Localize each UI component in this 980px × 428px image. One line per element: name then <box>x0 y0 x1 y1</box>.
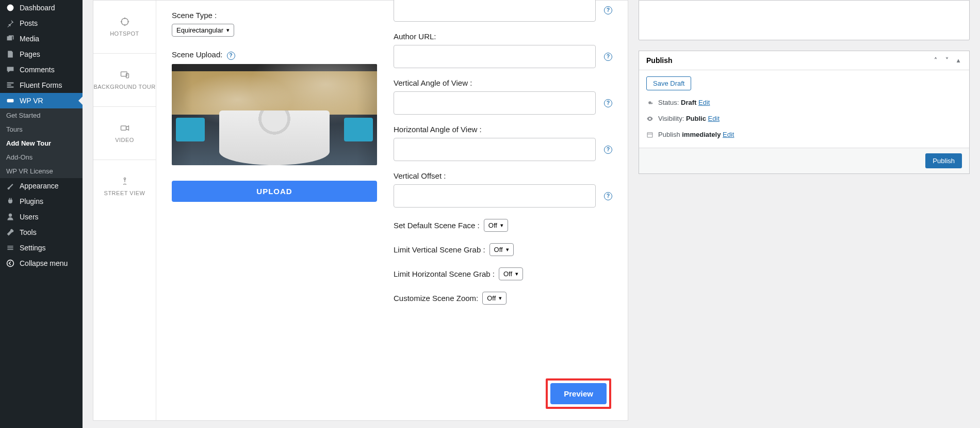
calendar-icon <box>646 131 654 138</box>
edit-status-link[interactable]: Edit <box>698 99 710 106</box>
submenu-license[interactable]: WP VR License <box>0 164 83 178</box>
status-label: Status: <box>658 99 681 106</box>
vtab-hotspot[interactable]: HOTSPOT <box>93 1 156 54</box>
edit-visibility-link[interactable]: Edit <box>708 115 720 122</box>
custom-zoom-select[interactable]: Off ▾ <box>482 292 507 305</box>
sidebar-label: Media <box>20 35 39 43</box>
sidebar-item-tools[interactable]: Tools <box>0 225 83 240</box>
visibility-line: Visibility: Public Edit <box>646 115 962 122</box>
submenu-addons[interactable]: Add-Ons <box>0 150 83 164</box>
select-value: Off <box>503 270 512 278</box>
sidebar-item-users[interactable]: Users <box>0 209 83 225</box>
status-line: Status: Draft Edit <box>646 99 962 106</box>
publish-meta-box: Publish ˄ ˅ ▴ Save Draft Status: Draft <box>639 51 970 174</box>
sidebar-label: Posts <box>20 19 38 27</box>
sidebar-item-pages[interactable]: Pages <box>0 46 83 62</box>
help-icon[interactable]: ? <box>604 192 612 200</box>
limit-h-grab-select[interactable]: Off ▾ <box>499 267 523 280</box>
select-value: Off <box>494 246 503 253</box>
fluent-forms-icon <box>5 81 15 89</box>
status-value: Draft <box>681 99 696 106</box>
vtab-label: BACKGROUND TOUR <box>93 83 155 90</box>
sidebar-item-wpvr[interactable]: WP VR <box>0 93 83 108</box>
sidebar-label: Tools <box>20 228 37 236</box>
sidebar-label: Comments <box>20 66 55 74</box>
brush-icon <box>5 182 15 190</box>
sidebar-item-posts[interactable]: Posts <box>0 15 83 31</box>
help-icon[interactable]: ? <box>604 99 612 107</box>
plug-icon <box>5 197 15 205</box>
submenu-tours[interactable]: Tours <box>0 122 83 136</box>
vtab-label: HOTSPOT <box>110 30 139 37</box>
schedule-line: Publish immediately Edit <box>646 131 962 138</box>
sidebar-item-settings[interactable]: Settings <box>0 240 83 256</box>
vaov-input[interactable] <box>394 91 596 115</box>
custom-zoom-label: Customize Scene Zoom: <box>394 294 478 303</box>
toggle-panel-icon[interactable]: ▴ <box>955 57 962 64</box>
page-icon <box>5 50 15 58</box>
move-down-icon[interactable]: ˅ <box>943 57 951 64</box>
limit-v-grab-select[interactable]: Off ▾ <box>489 243 514 256</box>
vtab-label: VIDEO <box>115 136 134 144</box>
main-content: HOTSPOT BACKGROUND TOUR VIDEO STREET VIE… <box>83 0 980 428</box>
sidebar-item-appearance[interactable]: Appearance <box>0 178 83 194</box>
sidebar-item-dashboard[interactable]: Dashboard <box>0 0 83 15</box>
vtab-label: STREET VIEW <box>104 189 145 197</box>
author-url-input[interactable] <box>394 45 596 68</box>
scene-type-value: Equirectangular <box>176 26 223 34</box>
media-icon <box>5 35 15 43</box>
svg-point-1 <box>7 260 14 267</box>
sidebar-label: WP VR <box>20 97 43 105</box>
scene-editor-panel: HOTSPOT BACKGROUND TOUR VIDEO STREET VIE… <box>93 0 628 421</box>
edit-schedule-link[interactable]: Edit <box>723 131 734 138</box>
voffset-input[interactable] <box>394 184 596 208</box>
eye-icon <box>646 115 654 122</box>
svg-rect-4 <box>126 73 128 77</box>
haov-label: Horizontal Angle of View : <box>394 125 612 134</box>
top-input[interactable] <box>394 0 596 22</box>
scene-type-label: Scene Type : <box>172 11 378 20</box>
limit-h-grab-label: Limit Horizontal Scene Grab : <box>394 270 495 278</box>
haov-input[interactable] <box>394 138 596 161</box>
voffset-label: Vertical Offset : <box>394 171 612 180</box>
vtab-video[interactable]: VIDEO <box>93 107 156 160</box>
sidebar-item-plugins[interactable]: Plugins <box>0 194 83 209</box>
submenu-add-new-tour[interactable]: Add New Tour <box>0 136 83 150</box>
move-up-icon[interactable]: ˄ <box>932 57 939 64</box>
sidebar-item-media[interactable]: Media <box>0 31 83 46</box>
devices-icon <box>120 70 130 80</box>
publish-title: Publish <box>646 56 673 65</box>
chevron-down-icon: ▾ <box>506 246 509 253</box>
scene-side-tabs: HOTSPOT BACKGROUND TOUR VIDEO STREET VIE… <box>93 1 156 420</box>
vtab-street-view[interactable]: STREET VIEW <box>93 160 156 213</box>
svg-rect-0 <box>7 99 14 102</box>
save-draft-button[interactable]: Save Draft <box>646 76 691 90</box>
sidebar-item-comments[interactable]: Comments <box>0 62 83 77</box>
limit-v-grab-label: Limit Vertical Scene Grab : <box>394 245 485 254</box>
submenu-get-started[interactable]: Get Started <box>0 108 83 122</box>
upload-button[interactable]: UPLOAD <box>172 181 377 202</box>
vaov-label: Vertical Angle of View : <box>394 78 612 87</box>
default-face-label: Set Default Scene Face : <box>394 221 480 230</box>
sidebar-item-fluentforms[interactable]: Fluent Forms <box>0 77 83 93</box>
sidebar-label: Users <box>20 213 39 221</box>
publish-button[interactable]: Publish <box>925 153 962 168</box>
chevron-down-icon: ▾ <box>226 27 230 34</box>
wpvr-submenu: Get Started Tours Add New Tour Add-Ons W… <box>0 108 83 178</box>
vtab-background-tour[interactable]: BACKGROUND TOUR <box>93 54 156 107</box>
help-icon[interactable]: ? <box>227 52 235 60</box>
empty-meta-box <box>639 0 970 40</box>
help-icon[interactable]: ? <box>604 53 612 61</box>
admin-sidebar: Dashboard Posts Media Pages Comments Flu… <box>0 0 83 428</box>
scene-type-select[interactable]: Equirectangular ▾ <box>172 24 234 37</box>
video-icon <box>120 123 130 133</box>
author-url-label: Author URL: <box>394 32 612 41</box>
help-icon[interactable]: ? <box>604 146 612 154</box>
help-icon[interactable]: ? <box>604 6 612 14</box>
key-icon <box>646 99 654 106</box>
sidebar-item-collapse[interactable]: Collapse menu <box>0 256 83 271</box>
preview-button[interactable]: Preview <box>550 383 607 404</box>
sidebar-label: Collapse menu <box>20 259 68 267</box>
default-face-select[interactable]: Off ▾ <box>484 219 508 232</box>
svg-rect-5 <box>121 126 126 130</box>
